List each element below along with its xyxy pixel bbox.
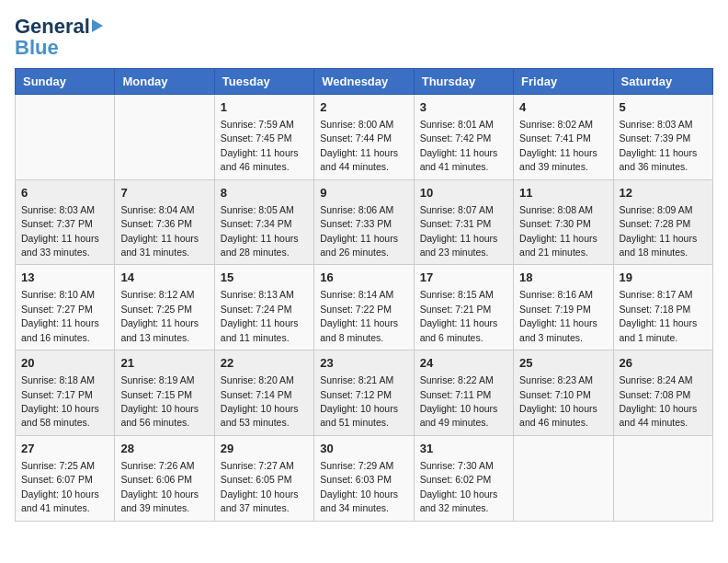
calendar-cell — [115, 94, 214, 179]
logo-arrow-icon — [92, 19, 103, 32]
day-number: 20 — [21, 355, 108, 372]
col-header-sunday: Sunday — [16, 68, 115, 94]
calendar-cell: 9Sunrise: 8:06 AM Sunset: 7:33 PM Daylig… — [314, 179, 414, 265]
calendar-table: SundayMondayTuesdayWednesdayThursdayFrid… — [15, 68, 713, 522]
day-number: 3 — [420, 99, 507, 116]
day-number: 4 — [519, 99, 607, 116]
calendar-cell: 19Sunrise: 8:17 AM Sunset: 7:18 PM Dayli… — [613, 265, 712, 350]
day-number: 9 — [320, 185, 407, 201]
logo: General Blue — [15, 15, 103, 57]
day-info: Sunrise: 8:01 AM Sunset: 7:42 PM Dayligh… — [420, 119, 498, 172]
day-info: Sunrise: 8:04 AM Sunset: 7:36 PM Dayligh… — [120, 204, 199, 258]
day-info: Sunrise: 8:08 AM Sunset: 7:30 PM Dayligh… — [519, 204, 597, 258]
week-row-5: 27Sunrise: 7:25 AM Sunset: 6:07 PM Dayli… — [16, 435, 713, 521]
day-number: 6 — [21, 185, 108, 201]
calendar-cell: 16Sunrise: 8:14 AM Sunset: 7:22 PM Dayli… — [314, 265, 414, 350]
col-header-wednesday: Wednesday — [314, 68, 414, 94]
day-info: Sunrise: 8:17 AM Sunset: 7:18 PM Dayligh… — [620, 289, 698, 342]
day-number: 15 — [221, 270, 308, 286]
day-number: 26 — [620, 355, 707, 372]
calendar-cell: 23Sunrise: 8:21 AM Sunset: 7:12 PM Dayli… — [314, 350, 414, 436]
calendar-cell: 8Sunrise: 8:05 AM Sunset: 7:34 PM Daylig… — [214, 179, 313, 265]
calendar-cell: 14Sunrise: 8:12 AM Sunset: 7:25 PM Dayli… — [115, 265, 214, 350]
day-info: Sunrise: 8:20 AM Sunset: 7:14 PM Dayligh… — [221, 374, 299, 428]
calendar-cell: 2Sunrise: 8:00 AM Sunset: 7:44 PM Daylig… — [314, 94, 414, 179]
day-info: Sunrise: 8:10 AM Sunset: 7:27 PM Dayligh… — [21, 289, 99, 342]
col-header-friday: Friday — [514, 68, 613, 94]
day-number: 12 — [620, 185, 707, 201]
day-info: Sunrise: 8:00 AM Sunset: 7:44 PM Dayligh… — [320, 119, 398, 172]
day-number: 28 — [120, 441, 208, 457]
col-header-tuesday: Tuesday — [214, 68, 313, 94]
day-info: Sunrise: 8:15 AM Sunset: 7:21 PM Dayligh… — [420, 289, 498, 342]
calendar-cell: 4Sunrise: 8:02 AM Sunset: 7:41 PM Daylig… — [514, 94, 613, 179]
calendar-cell: 18Sunrise: 8:16 AM Sunset: 7:19 PM Dayli… — [514, 265, 613, 350]
week-row-1: 1Sunrise: 7:59 AM Sunset: 7:45 PM Daylig… — [16, 94, 713, 179]
day-number: 8 — [221, 185, 308, 201]
day-info: Sunrise: 7:59 AM Sunset: 7:45 PM Dayligh… — [221, 119, 299, 172]
day-info: Sunrise: 7:26 AM Sunset: 6:06 PM Dayligh… — [120, 460, 199, 513]
logo-blue: Blue — [15, 39, 59, 57]
day-info: Sunrise: 8:19 AM Sunset: 7:15 PM Dayligh… — [120, 374, 199, 428]
calendar-cell: 13Sunrise: 8:10 AM Sunset: 7:27 PM Dayli… — [16, 265, 115, 350]
week-row-4: 20Sunrise: 8:18 AM Sunset: 7:17 PM Dayli… — [16, 350, 713, 436]
day-info: Sunrise: 8:05 AM Sunset: 7:34 PM Dayligh… — [221, 204, 299, 258]
calendar-cell — [613, 435, 712, 521]
day-info: Sunrise: 7:30 AM Sunset: 6:02 PM Dayligh… — [420, 460, 498, 513]
day-info: Sunrise: 8:21 AM Sunset: 7:12 PM Dayligh… — [320, 374, 398, 428]
calendar-cell — [16, 94, 115, 179]
day-info: Sunrise: 8:16 AM Sunset: 7:19 PM Dayligh… — [519, 289, 597, 342]
week-row-2: 6Sunrise: 8:03 AM Sunset: 7:37 PM Daylig… — [16, 179, 713, 265]
calendar-cell: 6Sunrise: 8:03 AM Sunset: 7:37 PM Daylig… — [16, 179, 115, 265]
calendar-cell: 22Sunrise: 8:20 AM Sunset: 7:14 PM Dayli… — [214, 350, 313, 436]
day-number: 7 — [120, 185, 208, 201]
day-info: Sunrise: 8:03 AM Sunset: 7:37 PM Dayligh… — [21, 204, 99, 258]
day-info: Sunrise: 8:02 AM Sunset: 7:41 PM Dayligh… — [519, 119, 597, 172]
calendar-cell: 10Sunrise: 8:07 AM Sunset: 7:31 PM Dayli… — [414, 179, 513, 265]
calendar-cell: 29Sunrise: 7:27 AM Sunset: 6:05 PM Dayli… — [214, 435, 313, 521]
day-number: 5 — [620, 99, 707, 116]
day-info: Sunrise: 8:03 AM Sunset: 7:39 PM Dayligh… — [620, 119, 698, 172]
calendar-cell: 7Sunrise: 8:04 AM Sunset: 7:36 PM Daylig… — [115, 179, 214, 265]
calendar-cell: 12Sunrise: 8:09 AM Sunset: 7:28 PM Dayli… — [613, 179, 712, 265]
calendar-cell: 31Sunrise: 7:30 AM Sunset: 6:02 PM Dayli… — [414, 435, 513, 521]
day-info: Sunrise: 8:18 AM Sunset: 7:17 PM Dayligh… — [21, 374, 99, 428]
day-number: 16 — [320, 270, 407, 286]
col-header-thursday: Thursday — [414, 68, 513, 94]
day-number: 23 — [320, 355, 407, 372]
calendar-cell: 30Sunrise: 7:29 AM Sunset: 6:03 PM Dayli… — [314, 435, 414, 521]
day-number: 30 — [320, 441, 407, 457]
day-number: 13 — [21, 270, 108, 286]
day-info: Sunrise: 8:13 AM Sunset: 7:24 PM Dayligh… — [221, 289, 299, 342]
day-number: 17 — [420, 270, 507, 286]
calendar-cell: 27Sunrise: 7:25 AM Sunset: 6:07 PM Dayli… — [16, 435, 115, 521]
page-header: General Blue — [15, 15, 713, 57]
col-header-saturday: Saturday — [613, 68, 712, 94]
calendar-cell: 24Sunrise: 8:22 AM Sunset: 7:11 PM Dayli… — [414, 350, 513, 436]
day-number: 21 — [120, 355, 208, 372]
calendar-cell — [514, 435, 613, 521]
calendar-cell: 26Sunrise: 8:24 AM Sunset: 7:08 PM Dayli… — [613, 350, 712, 436]
day-number: 31 — [420, 441, 507, 457]
day-number: 22 — [221, 355, 308, 372]
calendar-cell: 15Sunrise: 8:13 AM Sunset: 7:24 PM Dayli… — [214, 265, 313, 350]
day-info: Sunrise: 8:24 AM Sunset: 7:08 PM Dayligh… — [620, 374, 698, 428]
week-row-3: 13Sunrise: 8:10 AM Sunset: 7:27 PM Dayli… — [16, 265, 713, 350]
day-info: Sunrise: 8:14 AM Sunset: 7:22 PM Dayligh… — [320, 289, 398, 342]
day-info: Sunrise: 7:25 AM Sunset: 6:07 PM Dayligh… — [21, 460, 99, 513]
day-info: Sunrise: 8:06 AM Sunset: 7:33 PM Dayligh… — [320, 204, 398, 258]
day-number: 27 — [21, 441, 108, 457]
day-info: Sunrise: 8:22 AM Sunset: 7:11 PM Dayligh… — [420, 374, 498, 428]
day-number: 1 — [221, 99, 308, 116]
calendar-cell: 28Sunrise: 7:26 AM Sunset: 6:06 PM Dayli… — [115, 435, 214, 521]
day-number: 19 — [620, 270, 707, 286]
day-number: 14 — [120, 270, 208, 286]
day-info: Sunrise: 7:27 AM Sunset: 6:05 PM Dayligh… — [221, 460, 299, 513]
day-info: Sunrise: 8:07 AM Sunset: 7:31 PM Dayligh… — [420, 204, 498, 258]
day-info: Sunrise: 8:09 AM Sunset: 7:28 PM Dayligh… — [620, 204, 698, 258]
calendar-cell: 17Sunrise: 8:15 AM Sunset: 7:21 PM Dayli… — [414, 265, 513, 350]
day-info: Sunrise: 8:23 AM Sunset: 7:10 PM Dayligh… — [519, 374, 597, 428]
day-info: Sunrise: 7:29 AM Sunset: 6:03 PM Dayligh… — [320, 460, 398, 513]
calendar-cell: 5Sunrise: 8:03 AM Sunset: 7:39 PM Daylig… — [613, 94, 712, 179]
day-number: 25 — [519, 355, 607, 372]
